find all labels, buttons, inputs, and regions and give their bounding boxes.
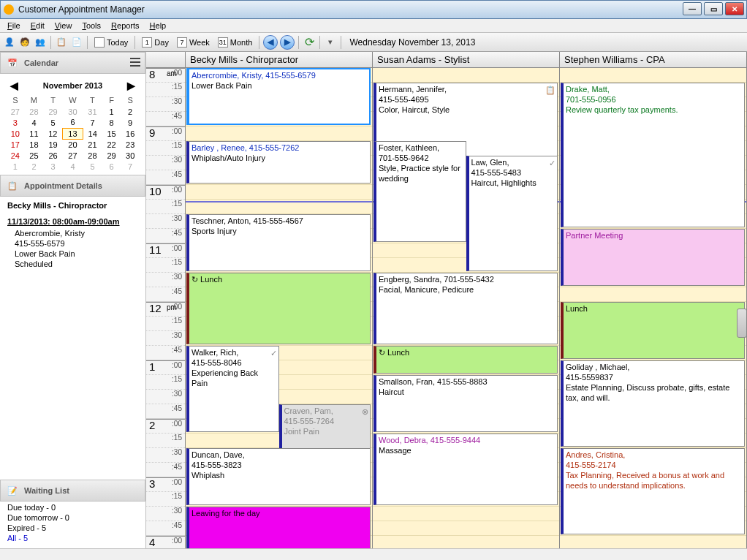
- today-button[interactable]: Today: [91, 36, 131, 49]
- waiting-due-today[interactable]: Due today - 0: [7, 503, 138, 512]
- calendar-day[interactable]: 28: [83, 150, 102, 161]
- calendar-day[interactable]: 1: [6, 161, 25, 172]
- appointment-block[interactable]: Goliday , Michael,415-5559837 Estate Pla…: [561, 360, 745, 447]
- calendar-day[interactable]: 19: [43, 139, 63, 150]
- calendar-day[interactable]: 1: [102, 106, 121, 117]
- calendar-day[interactable]: 8: [102, 117, 121, 128]
- calendar-day[interactable]: 30: [63, 106, 83, 117]
- calendar-day[interactable]: 21: [83, 139, 102, 150]
- calendar-day[interactable]: 27: [63, 150, 83, 161]
- appointment-block[interactable]: ↻ Lunch: [374, 346, 558, 374]
- calendar-day[interactable]: 2: [121, 106, 140, 117]
- vertical-scrollbar[interactable]: [737, 309, 747, 338]
- appointment-block[interactable]: Duncan, Dave,415-555-3823 Whiplash: [186, 448, 371, 505]
- column-header-1[interactable]: Susan Adams - Stylist: [373, 52, 560, 67]
- day-view-button[interactable]: 1Day: [139, 36, 172, 49]
- calendar-day[interactable]: 14: [83, 128, 102, 139]
- calendar-day[interactable]: 30: [121, 150, 140, 161]
- calendar-day[interactable]: 11: [25, 128, 44, 139]
- menu-edit[interactable]: Edit: [26, 20, 49, 31]
- calendar-day[interactable]: 3: [43, 161, 63, 172]
- calendar-day[interactable]: 25: [25, 150, 44, 161]
- customers-icon[interactable]: 👥: [34, 36, 47, 49]
- calendar-day[interactable]: 9: [121, 117, 140, 128]
- month-view-button[interactable]: 31Month: [215, 36, 256, 49]
- calendar-day[interactable]: 22: [102, 139, 121, 150]
- calendar-day[interactable]: 31: [83, 106, 102, 117]
- appointment-block[interactable]: ↻ Lunch: [186, 273, 371, 344]
- calendar-day[interactable]: 6: [102, 161, 121, 172]
- appointment-block[interactable]: Teschner, Anton, 415-555-4567Sports Inju…: [186, 214, 371, 271]
- appointment-block[interactable]: Partner Meeting: [561, 229, 745, 286]
- calendar-day[interactable]: 5: [43, 117, 63, 128]
- appointment-block[interactable]: Leaving for the day: [186, 507, 371, 548]
- appointment-details-header[interactable]: 📋 Appointment Details: [0, 175, 145, 197]
- calendar-day[interactable]: 29: [102, 150, 121, 161]
- day-column-1[interactable]: Hermann, Jennifer,415-555-4695 Color, Ha…: [373, 68, 560, 548]
- mini-calendar-grid[interactable]: SMTWTFS272829303112345678910111213141516…: [6, 94, 140, 172]
- minimize-button[interactable]: —: [683, 2, 702, 15]
- day-column-2[interactable]: Drake, Matt,701-555-0956 Review quarterl…: [560, 68, 747, 548]
- calendar-day[interactable]: 16: [121, 128, 140, 139]
- waiting-list-header[interactable]: 📝 Waiting List: [0, 480, 145, 502]
- calendar-day[interactable]: 12: [43, 128, 63, 139]
- appointment-block[interactable]: Wood, Debra, 415-555-9444Massage: [374, 434, 558, 505]
- calendar-day[interactable]: 7: [83, 117, 102, 128]
- close-button[interactable]: ✕: [725, 2, 744, 15]
- waiting-expired[interactable]: Expired - 5: [7, 523, 138, 532]
- calendar-day[interactable]: 27: [6, 106, 25, 117]
- appointment-block[interactable]: Drake, Matt,701-555-0956 Review quarterl…: [561, 83, 745, 227]
- list-icon[interactable]: [130, 58, 140, 67]
- calendar-day[interactable]: 3: [6, 117, 25, 128]
- new-appointment-icon[interactable]: 👤: [3, 36, 16, 49]
- appointment-block[interactable]: Walker, Rich,415-555-8046 Experiencing B…: [186, 346, 279, 432]
- view-icon-2[interactable]: 📄: [70, 36, 83, 49]
- calendar-day[interactable]: 15: [102, 128, 121, 139]
- appointment-block[interactable]: Lunch: [561, 302, 745, 359]
- prev-button[interactable]: ◀: [263, 35, 278, 50]
- calendar-day[interactable]: 26: [43, 150, 63, 161]
- calendar-day[interactable]: 10: [6, 128, 25, 139]
- calendar-day[interactable]: 4: [25, 117, 44, 128]
- calendar-day[interactable]: 2: [25, 161, 44, 172]
- column-header-0[interactable]: Becky Mills - Chiropractor: [186, 52, 373, 67]
- day-column-0[interactable]: Abercrombie, Kristy, 415-555-6579Lower B…: [186, 68, 373, 548]
- calendar-day[interactable]: 20: [63, 139, 83, 150]
- column-header-2[interactable]: Stephen Williams - CPA: [560, 52, 747, 67]
- menu-help[interactable]: Help: [145, 20, 171, 31]
- calendar-day[interactable]: 24: [6, 150, 25, 161]
- next-button[interactable]: ▶: [280, 35, 295, 50]
- cal-next-button[interactable]: ▶: [123, 80, 140, 91]
- calendar-day[interactable]: 18: [25, 139, 44, 150]
- filter-icon[interactable]: ▾: [324, 36, 337, 49]
- week-view-button[interactable]: 7Week: [174, 36, 213, 49]
- appointment-block[interactable]: Law, Glen,415-555-5483 Haircut, Highligh…: [466, 156, 558, 271]
- cal-prev-button[interactable]: ◀: [6, 80, 23, 91]
- menu-tools[interactable]: Tools: [77, 20, 105, 31]
- appointment-block[interactable]: Foster, Kathleen,701-555-9642 Style, Pra…: [374, 141, 466, 242]
- refresh-icon[interactable]: ⟳: [303, 36, 316, 49]
- calendar-day[interactable]: 7: [121, 161, 140, 172]
- calendar-day[interactable]: 6: [63, 117, 83, 128]
- calendar-day[interactable]: 13: [63, 128, 83, 139]
- appointment-block[interactable]: Barley , Renee, 415-555-7262Whiplash/Aut…: [186, 141, 371, 183]
- calendar-day[interactable]: 5: [83, 161, 102, 172]
- calendar-day[interactable]: 29: [43, 106, 63, 117]
- calendar-day[interactable]: 28: [25, 106, 44, 117]
- calendar-day[interactable]: 17: [6, 139, 25, 150]
- appointment-block[interactable]: Abercrombie, Kristy, 415-555-6579Lower B…: [186, 68, 371, 125]
- new-customer-icon[interactable]: 🧑: [18, 36, 31, 49]
- calendar-day[interactable]: 23: [121, 139, 140, 150]
- calendar-day[interactable]: 4: [63, 161, 83, 172]
- calendar-panel-header[interactable]: 📅 Calendar: [0, 52, 145, 74]
- view-icon-1[interactable]: 📋: [55, 36, 68, 49]
- appointment-block[interactable]: Smallson, Fran, 415-555-8883Haircut: [374, 375, 558, 432]
- menu-file[interactable]: File: [3, 20, 25, 31]
- waiting-due-tomorrow[interactable]: Due tomorrow - 0: [7, 513, 138, 522]
- appointment-block[interactable]: Engberg, Sandra, 701-555-5432Facial, Man…: [374, 273, 558, 344]
- maximize-button[interactable]: ▭: [704, 2, 723, 15]
- waiting-all[interactable]: All - 5: [7, 534, 138, 542]
- menu-view[interactable]: View: [50, 20, 77, 31]
- menu-reports[interactable]: Reports: [107, 20, 144, 31]
- appointment-block[interactable]: Andres, Cristina,415-555-2174 Tax Planni…: [561, 448, 745, 534]
